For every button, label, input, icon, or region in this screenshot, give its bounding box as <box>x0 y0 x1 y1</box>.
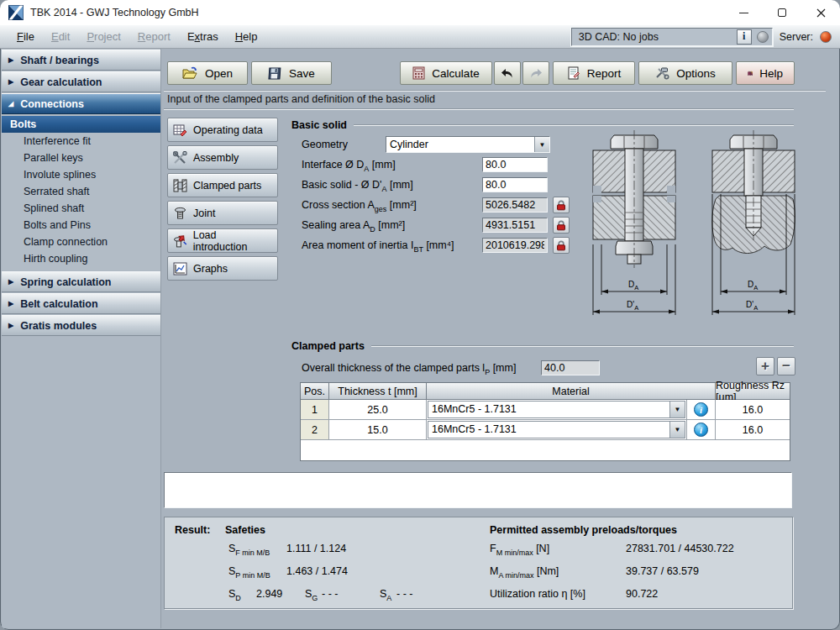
menu-file[interactable]: File <box>8 28 43 45</box>
load-introduction-button[interactable]: Load introduction <box>167 228 278 253</box>
clamped-parts-table: Pos. Thickness t [mm] Material Roughness… <box>300 382 790 461</box>
row1-material-select[interactable]: 16MnCr5 - 1.7131▼ <box>427 400 687 420</box>
row1-material-info[interactable]: i <box>687 400 716 420</box>
open-button[interactable]: Open <box>167 61 248 85</box>
menu-extras[interactable]: Extras <box>179 28 227 45</box>
status-separator <box>164 108 794 110</box>
field-label: Interface Ø DA [mm] <box>302 159 482 171</box>
sidebar-section-belt-calculation[interactable]: ▶ Belt calculation <box>2 293 160 314</box>
cad-status-led <box>757 31 769 43</box>
svg-text:DA: DA <box>628 280 638 291</box>
maximize-icon <box>778 8 786 17</box>
options-button[interactable]: Options <box>638 61 732 85</box>
sidebar-item-splined-shaft[interactable]: Splined shaft <box>2 200 160 217</box>
cad-status-area: 3D CAD: No jobs i Server: <box>571 28 832 46</box>
joint-button[interactable]: Joint <box>167 201 278 225</box>
collapsed-triangle-icon: ▶ <box>8 56 13 64</box>
calculate-button[interactable]: Calculate <box>400 61 492 85</box>
row1-material-value: 16MnCr5 - 1.7131 <box>428 402 669 417</box>
sidebar-item-clamp-connection[interactable]: Clamp connection <box>2 234 160 250</box>
sidebar-section-shaft-bearings[interactable]: ▶ Shaft / bearings <box>2 50 160 71</box>
geometry-select[interactable]: Cylinder ▼ <box>386 136 550 153</box>
sidebar-item-bolts-and-pins[interactable]: Bolts and Pins <box>2 217 160 234</box>
help-button[interactable]: ? Help <box>736 61 795 85</box>
save-floppy-icon <box>268 66 282 80</box>
sidebar-item-bolts[interactable]: Bolts <box>2 116 160 133</box>
row2-thickness[interactable]: 15.0 <box>329 420 427 440</box>
chevron-down-icon[interactable]: ▼ <box>534 137 549 152</box>
minimize-button[interactable] <box>724 0 763 25</box>
lock-button[interactable] <box>553 197 570 213</box>
section-label: Connections <box>20 98 84 110</box>
message-box <box>164 472 792 508</box>
cad-status-text: 3D CAD: No jobs <box>579 31 732 43</box>
chevron-down-icon[interactable]: ▼ <box>669 422 685 438</box>
row2-roughness[interactable]: 16.0 <box>716 420 790 440</box>
info-icon: i <box>694 423 708 437</box>
nav-button-column: Operating data Assembly Clamped <box>167 118 278 284</box>
clamped-parts-button[interactable]: Clamped parts <box>167 173 278 197</box>
column-header-pos: Pos. <box>301 383 329 400</box>
sidebar-section-connections[interactable]: ◢ Connections <box>2 93 160 114</box>
window-controls <box>724 0 840 25</box>
row2-material-select[interactable]: 16MnCr5 - 1.7131▼ <box>427 420 687 440</box>
remove-row-button[interactable]: − <box>777 357 795 375</box>
graphs-icon <box>173 262 187 276</box>
joint-bolt-icon <box>173 207 187 220</box>
add-row-button[interactable]: + <box>756 357 774 375</box>
clamped-parts-icon <box>173 179 187 192</box>
interface-diameter-input[interactable] <box>482 157 548 172</box>
lock-icon <box>556 220 566 231</box>
column-header-material: Material <box>427 383 716 400</box>
sidebar-item-parallel-keys[interactable]: Parallel keys <box>2 150 160 166</box>
close-button[interactable] <box>801 0 840 25</box>
report-button[interactable]: Report <box>553 61 635 85</box>
graphs-button[interactable]: Graphs <box>167 256 278 281</box>
section-label: Gratis modules <box>20 320 97 332</box>
lock-button[interactable] <box>553 237 570 254</box>
sealing-area-value <box>482 218 548 233</box>
expanded-triangle-icon: ◢ <box>8 100 13 108</box>
lock-icon <box>556 240 566 251</box>
joint-diagrams: DA D'A <box>586 129 800 330</box>
save-button[interactable]: Save <box>251 61 332 85</box>
sidebar-item-interference-fit[interactable]: Interference fit <box>2 133 160 150</box>
minimize-icon <box>739 13 748 13</box>
redo-button[interactable] <box>522 61 549 85</box>
help-book-icon: ? <box>748 67 753 80</box>
info-icon: i <box>694 402 708 417</box>
section-label: Belt calculation <box>20 298 97 310</box>
svg-text:D'A: D'A <box>746 300 758 312</box>
assembly-button[interactable]: Assembly <box>167 145 278 170</box>
cad-status-box: 3D CAD: No jobs i <box>571 28 773 46</box>
basic-solid-diameter-input[interactable] <box>482 177 548 192</box>
preload-fm-row: FM min/max [N]27831.701 / 44530.722 <box>490 543 734 554</box>
tapped-thread-diagram: DA D'A <box>706 129 800 330</box>
cad-info-button[interactable]: i <box>737 29 752 45</box>
safeties-title: Safeties <box>225 524 265 536</box>
field-label: Cross section Ages [mm²] <box>302 199 482 211</box>
sidebar-section-gratis-modules[interactable]: ▶ Gratis modules <box>2 315 160 336</box>
title-rule <box>354 124 794 126</box>
titlebar: TBK 2014 - GWJ Technology GmbH <box>0 0 840 25</box>
close-icon <box>816 8 826 18</box>
overall-thickness-row: Overall thickness of the clamped parts l… <box>302 359 794 377</box>
sidebar-item-involute-splines[interactable]: Involute splines <box>2 166 160 183</box>
tools-icon <box>655 66 669 80</box>
maximize-button[interactable] <box>763 0 801 25</box>
operating-data-button[interactable]: Operating data <box>167 118 278 142</box>
row1-roughness[interactable]: 16.0 <box>716 400 790 420</box>
chevron-down-icon[interactable]: ▼ <box>669 402 685 417</box>
result-label: Result: <box>175 524 210 536</box>
svg-text:DA: DA <box>748 280 758 291</box>
row1-thickness[interactable]: 25.0 <box>329 400 427 420</box>
sidebar-item-serrated-shaft[interactable]: Serrated shaft <box>2 183 160 200</box>
undo-button[interactable] <box>494 61 521 85</box>
sidebar-item-hirth-coupling[interactable]: Hirth coupling <box>2 250 160 267</box>
menu-help[interactable]: Help <box>227 28 266 45</box>
sidebar-section-spring-calculation[interactable]: ▶ Spring calculation <box>2 271 160 292</box>
sidebar-section-gear-calculation[interactable]: ▶ Gear calculation <box>2 71 160 92</box>
lock-button[interactable] <box>553 217 570 234</box>
row2-material-info[interactable]: i <box>687 420 716 440</box>
section-label: Gear calculation <box>20 76 102 88</box>
